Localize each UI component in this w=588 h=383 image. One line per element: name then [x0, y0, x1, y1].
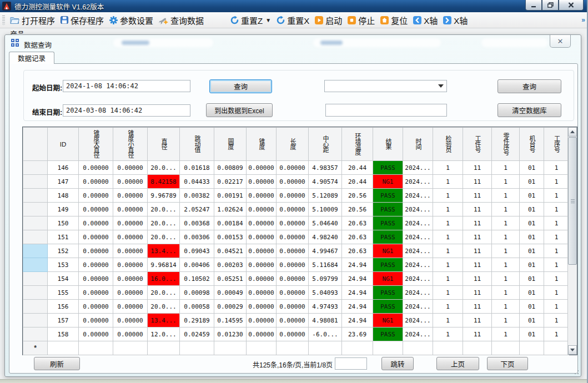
grid-cell[interactable]: 1: [492, 244, 520, 258]
grid-cell[interactable]: 1: [544, 258, 569, 272]
grid-cell[interactable]: 11: [463, 272, 492, 286]
row-header[interactable]: [23, 272, 48, 286]
grid-cell[interactable]: 0.00000: [277, 203, 309, 216]
grid-cell[interactable]: 1: [433, 189, 463, 203]
grid-cell[interactable]: [180, 341, 214, 355]
grid-cell[interactable]: 12.0...: [148, 327, 180, 341]
grid-cell[interactable]: 1: [433, 175, 463, 189]
grid-cell[interactable]: 0.00000: [113, 203, 148, 216]
grid-cell[interactable]: PASS: [373, 286, 403, 300]
grid-cell[interactable]: 13.4...: [148, 244, 180, 258]
grid-cell[interactable]: 0.00000: [277, 161, 309, 175]
grid-cell[interactable]: [113, 341, 148, 355]
grid-cell[interactable]: [48, 341, 79, 355]
grid-cell[interactable]: 2024...: [403, 175, 433, 189]
grid-cell[interactable]: 1: [544, 203, 569, 216]
grid-cell[interactable]: 0.00000: [113, 258, 148, 272]
column-header[interactable]: 机台号: [520, 128, 544, 161]
toolbar-grip[interactable]: [2, 14, 5, 26]
grid-cell[interactable]: 1: [492, 203, 520, 216]
grid-cell[interactable]: 0.00000: [247, 244, 277, 258]
grid-cell[interactable]: 4.97493: [309, 300, 342, 314]
grid-cell[interactable]: 01: [520, 175, 544, 189]
grid-cell[interactable]: 8.42158: [148, 175, 180, 189]
grid-cell[interactable]: 151: [48, 230, 79, 244]
grid-cell[interactable]: 0.00000: [247, 272, 277, 286]
dialog-close-button[interactable]: ✕: [550, 35, 571, 48]
maximize-button[interactable]: [542, 0, 559, 11]
grid-cell[interactable]: 01: [520, 203, 544, 216]
column-header[interactable]: 时间: [403, 128, 433, 161]
grid-cell[interactable]: 2024...: [403, 189, 433, 203]
grid-cell[interactable]: 01: [520, 244, 544, 258]
grid-cell[interactable]: 0.00000: [113, 175, 148, 189]
row-header[interactable]: [23, 216, 48, 230]
grid-cell[interactable]: 01: [520, 161, 544, 175]
grid-cell[interactable]: 1: [492, 286, 520, 300]
grid-cell[interactable]: 2024...: [403, 203, 433, 216]
grid-cell[interactable]: 0.00000: [113, 314, 148, 327]
grid-cell[interactable]: [463, 341, 492, 355]
grid-cell[interactable]: [492, 341, 520, 355]
grid-cell[interactable]: [433, 341, 463, 355]
grid-cell[interactable]: 5.04640: [309, 216, 342, 230]
column-header[interactable]: ID: [48, 128, 79, 161]
grid-cell[interactable]: [403, 341, 433, 355]
grid-cell[interactable]: 0.00000: [79, 175, 113, 189]
grid-cell[interactable]: 1: [544, 161, 569, 175]
column-header[interactable]: 工序号: [544, 128, 569, 161]
grid-cell[interactable]: 0.00049: [214, 286, 247, 300]
reset-z-button[interactable]: 重置Z ▼: [228, 13, 274, 28]
row-header[interactable]: [23, 327, 48, 341]
grid-cell[interactable]: 1: [433, 272, 463, 286]
row-header[interactable]: [23, 314, 48, 327]
grid-cell[interactable]: 1: [492, 327, 520, 341]
grid-cell[interactable]: 20.44: [342, 175, 373, 189]
column-header[interactable]: 工件号: [463, 128, 492, 161]
grid-cell[interactable]: 149: [48, 203, 79, 216]
next-page-button[interactable]: 下页: [487, 357, 528, 370]
grid-cell[interactable]: 0.00000: [247, 258, 277, 272]
grid-cell[interactable]: 5.10009: [309, 203, 342, 216]
grid-cell[interactable]: 0.00000: [247, 189, 277, 203]
row-header[interactable]: [23, 203, 48, 216]
query-button-right[interactable]: 查询: [497, 79, 561, 93]
grid-cell[interactable]: 157: [48, 314, 79, 327]
grid-cell[interactable]: 5.12089: [309, 189, 342, 203]
grid-cell[interactable]: NG1: [373, 244, 403, 258]
grid-cell[interactable]: 11: [463, 230, 492, 244]
grid-cell[interactable]: 11: [463, 258, 492, 272]
grid-cell[interactable]: 0.00000: [79, 203, 113, 216]
grid-cell[interactable]: NG1: [373, 272, 403, 286]
grid-cell[interactable]: 1: [544, 175, 569, 189]
grid-cell[interactable]: PASS: [373, 230, 403, 244]
grid-cell[interactable]: 20.0...: [148, 216, 180, 230]
grid-cell[interactable]: 0.00000: [277, 258, 309, 272]
jump-button[interactable]: 跳转: [381, 357, 414, 370]
column-header[interactable]: 长度: [277, 128, 309, 161]
grid-cell[interactable]: 1: [544, 327, 569, 341]
row-header[interactable]: [23, 244, 48, 258]
query-button-left[interactable]: 查询: [209, 79, 272, 93]
grid-cell[interactable]: 153: [48, 258, 79, 272]
grid-cell[interactable]: 0.00000: [247, 175, 277, 189]
grid-cell[interactable]: 01: [520, 286, 544, 300]
grid-cell[interactable]: 0.00000: [79, 258, 113, 272]
grid-cell[interactable]: 0.02459: [180, 327, 214, 341]
grid-cell[interactable]: 0.02217: [214, 175, 247, 189]
grid-cell[interactable]: 148: [48, 189, 79, 203]
grid-cell[interactable]: 1: [544, 244, 569, 258]
reset-x-button[interactable]: 重置X: [274, 13, 312, 28]
grid-cell[interactable]: 1: [433, 203, 463, 216]
grid-cell[interactable]: 0.00000: [247, 216, 277, 230]
filter-combobox[interactable]: [324, 80, 447, 92]
grid-cell[interactable]: PASS: [373, 216, 403, 230]
grid-cell[interactable]: 1: [492, 258, 520, 272]
grid-cell[interactable]: 2024...: [403, 314, 433, 327]
grid-cell[interactable]: 0.00000: [247, 286, 277, 300]
grid-cell[interactable]: 0.00000: [79, 230, 113, 244]
row-header[interactable]: [23, 286, 48, 300]
grid-cell[interactable]: 2.05247: [180, 203, 214, 216]
grid-cell[interactable]: 20.44: [342, 161, 373, 175]
grid-cell[interactable]: [544, 341, 569, 355]
